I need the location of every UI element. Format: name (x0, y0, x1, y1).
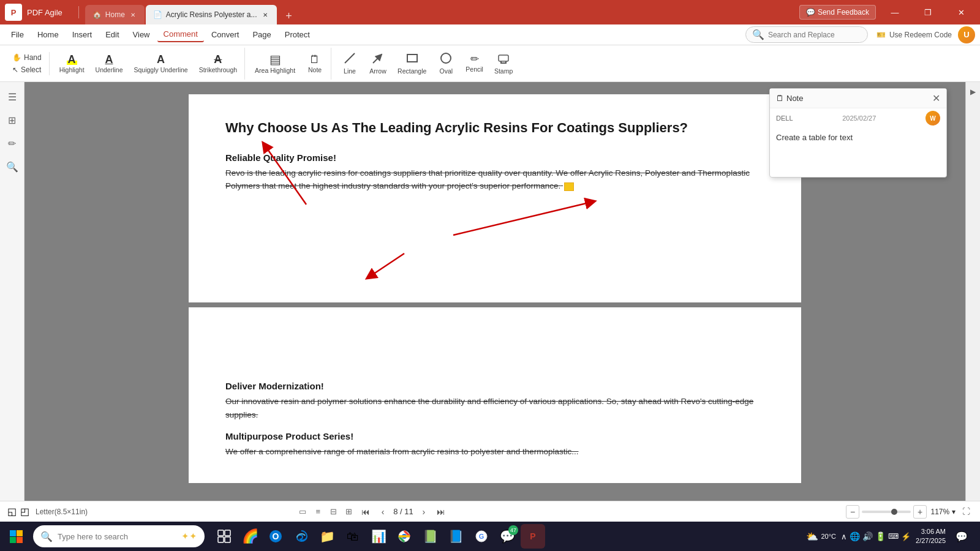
zoom-slider-thumb[interactable] (891, 509, 897, 515)
continuous-two-view[interactable]: ⊞ (342, 505, 355, 519)
whatsapp-badge: 47 (508, 525, 518, 535)
temperature-label: 20°C (821, 533, 836, 540)
line-button[interactable]: Line (336, 48, 363, 80)
menu-comment[interactable]: Comment (157, 27, 204, 42)
tab-pdf[interactable]: 📄 Acrylic Resins Polyester a... ✕ (146, 5, 277, 24)
note-icon: 🗒 (309, 54, 320, 65)
tab-home-close[interactable]: ✕ (129, 10, 137, 19)
outlook-button[interactable]: O (263, 524, 288, 549)
section2-text: Our innovative resin and polymer solutio… (225, 395, 764, 421)
battery-icon[interactable]: 🔋 (875, 531, 886, 541)
taskview-button[interactable] (212, 524, 236, 549)
hand-tool-button[interactable]: ✋ Hand (9, 52, 45, 63)
sidebar-menu-icon[interactable]: ☰ (2, 87, 22, 107)
speaker-icon[interactable]: 🔊 (862, 531, 873, 541)
taskbar-search-input[interactable] (58, 532, 176, 541)
excel-button[interactable]: 📗 (418, 524, 442, 549)
tab-pdf-close[interactable]: ✕ (261, 10, 270, 19)
zoom-in-button[interactable]: + (913, 505, 927, 519)
squiggly-underline-button[interactable]: A Squiggly Underline (129, 48, 193, 80)
next-page-button[interactable]: › (417, 505, 431, 519)
user-avatar[interactable]: U (958, 26, 975, 43)
toolbar: ✋ Hand ↖ Select A Highlight A Underline … (0, 45, 980, 82)
zoom-out-button[interactable]: − (846, 505, 859, 519)
bluetooth-icon[interactable]: ⚡ (901, 532, 911, 541)
right-panel-toggle[interactable]: ▶ (967, 86, 979, 98)
note-close-button[interactable]: ✕ (932, 92, 940, 104)
strikethrough-button[interactable]: A Strikethrough (194, 48, 242, 80)
note-user-avatar: W (925, 111, 940, 126)
first-page-button[interactable]: ⏮ (359, 505, 372, 519)
restore-button[interactable]: ❐ (914, 2, 942, 22)
two-page-view[interactable]: ⊟ (326, 505, 340, 519)
windows-start-button[interactable] (2, 523, 29, 550)
taskbar-apps: 🌈 O 📁 🛍 📊 📗 📘 G 💬 47 P (212, 524, 545, 549)
last-page-button[interactable]: ⏭ (434, 505, 448, 519)
network-icon[interactable]: 🌐 (850, 531, 860, 541)
pdf-agile-button[interactable]: P (521, 524, 545, 549)
menu-edit[interactable]: Edit (99, 28, 125, 42)
hand-select-group: ✋ Hand ↖ Select (5, 52, 50, 75)
edge-button[interactable] (289, 524, 314, 549)
highlight-button[interactable]: A Highlight (55, 48, 89, 80)
stamp-button[interactable]: Stamp (489, 48, 518, 80)
rectangle-button[interactable]: Rectangle (393, 48, 431, 80)
zoom-controls: − + 117% ▾ ⛶ (846, 505, 973, 519)
word-button[interactable]: 📘 (443, 524, 468, 549)
area-highlight-button[interactable]: ▤ Area Highlight (250, 48, 300, 80)
sidebar-edit-icon[interactable]: ✏ (2, 133, 22, 153)
tab-add-button[interactable]: + (281, 7, 298, 24)
rectangle-icon (406, 52, 418, 66)
menu-home[interactable]: Home (31, 28, 65, 42)
underline-button[interactable]: A Underline (91, 48, 128, 80)
fullscreen-button[interactable]: ⛶ (959, 505, 973, 519)
page-size-button[interactable]: ◱ (7, 506, 17, 517)
svg-rect-14 (17, 537, 23, 543)
search-icon: 🔍 (752, 29, 764, 40)
menu-file[interactable]: File (5, 28, 30, 42)
right-sidebar: ▶ (965, 82, 980, 501)
redeem-code-button[interactable]: 🎫 Use Redeem Code (876, 31, 952, 39)
notification-button[interactable]: 💬 (951, 525, 973, 547)
files-button[interactable]: 📁 (315, 524, 339, 549)
taskbar-search-box[interactable]: 🔍 ✦✦ (33, 525, 205, 547)
page-size-button2[interactable]: ◰ (20, 506, 29, 517)
store-button[interactable]: 🛍 (341, 524, 365, 549)
powerpoint-button[interactable]: 📊 (366, 524, 391, 549)
oval-button[interactable]: Oval (432, 48, 459, 80)
show-hidden-icon[interactable]: ∧ (841, 532, 847, 541)
zoom-level-display: 117% ▾ (929, 508, 957, 516)
svg-line-1 (373, 54, 382, 63)
menu-view[interactable]: View (127, 28, 156, 42)
pdf-page-1: Why Choose Us As The Leading Acrylic Res… (189, 94, 801, 302)
minimize-button[interactable]: — (881, 2, 909, 22)
sidebar-search-icon[interactable]: 🔍 (2, 157, 22, 176)
menu-insert[interactable]: Insert (66, 28, 99, 42)
keyboard-icon[interactable]: ⌨ (888, 532, 899, 541)
whatsapp-button[interactable]: 💬 47 (495, 524, 519, 549)
section1-text: Revo is the leading acrylic resins for c… (225, 167, 764, 193)
note-content-text[interactable]: Create a table for text (770, 128, 946, 177)
menu-convert[interactable]: Convert (205, 28, 246, 42)
zoom-dropdown-icon[interactable]: ▾ (952, 508, 956, 516)
taskbar-clock[interactable]: 3:06 AM 2/27/2025 (916, 527, 946, 546)
note-button[interactable]: 🗒 Note (301, 48, 328, 80)
single-page-view[interactable]: ▭ (296, 505, 309, 519)
tab-home[interactable]: 🏠 Home ✕ (85, 5, 145, 24)
menu-protect[interactable]: Protect (279, 28, 316, 42)
close-button[interactable]: ✕ (947, 2, 975, 22)
pencil-button[interactable]: ✏ Pencil (461, 48, 488, 80)
winamp-button[interactable]: 🌈 (238, 524, 262, 549)
search-input[interactable] (768, 31, 861, 39)
continuous-view[interactable]: ≡ (311, 505, 325, 519)
send-feedback-button[interactable]: 💬 Send Feedback (799, 5, 876, 20)
prev-page-button[interactable]: ‹ (376, 505, 390, 519)
sidebar-grid-icon[interactable]: ⊞ (2, 110, 22, 130)
search-replace-box[interactable]: 🔍 (745, 26, 868, 43)
google-icon[interactable]: G (469, 524, 494, 549)
chrome-button[interactable] (392, 524, 417, 549)
menu-page[interactable]: Page (246, 28, 277, 42)
arrow-button[interactable]: Arrow (364, 48, 391, 80)
select-tool-button[interactable]: ↖ Select (9, 64, 45, 75)
page-navigation: ▭ ≡ ⊟ ⊞ ⏮ ‹ 8 / 11 › ⏭ (296, 505, 448, 519)
